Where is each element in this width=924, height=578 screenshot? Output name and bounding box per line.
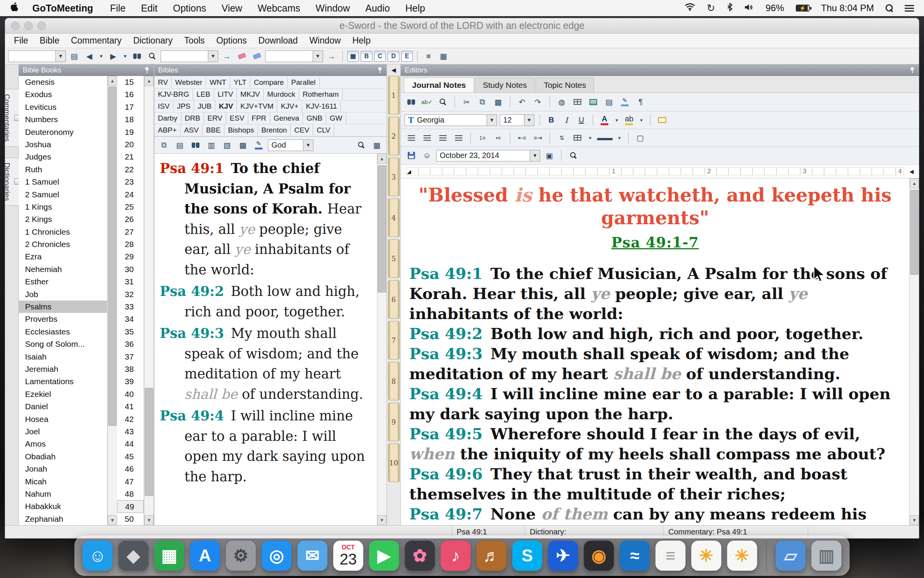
macos-menu-file[interactable]: File <box>110 3 126 14</box>
columns-button[interactable]: ▬▬ <box>596 132 613 144</box>
book-item-exodus[interactable]: Exodus <box>19 88 107 101</box>
chapter-item-25[interactable]: 25 <box>117 201 144 213</box>
chapter-item-28[interactable]: 28 <box>117 238 144 250</box>
chevron-down-icon[interactable]: ▼ <box>313 51 323 62</box>
bible-text-scrollbar[interactable]: ▲ ▼ <box>377 154 387 525</box>
table-menu-button[interactable] <box>571 132 584 144</box>
verse-ref[interactable]: Psa 49:4 <box>160 408 224 423</box>
spellcheck-icon[interactable]: ab✓ <box>420 96 434 108</box>
journal-date-combo[interactable]: October 23, 2014 ▼ <box>436 150 540 161</box>
book-item-ruth[interactable]: Ruth <box>19 163 107 176</box>
dock-calendar[interactable]: OCT23 <box>333 541 363 571</box>
scroll-up-icon[interactable]: ▲ <box>377 154 387 164</box>
align-justify-icon[interactable] <box>452 132 465 144</box>
bible-version-tab-murdock[interactable]: Murdock <box>264 89 299 100</box>
bible-version-tab-darby[interactable]: Darby <box>154 113 181 124</box>
italic-button[interactable]: I <box>560 114 572 126</box>
esword-menu-help[interactable]: Help <box>346 35 376 46</box>
verse-ref[interactable]: Psa 49:1 <box>409 264 483 282</box>
wifi-icon[interactable] <box>685 3 695 13</box>
esword-menu-tools[interactable]: Tools <box>178 35 211 46</box>
bible-version-tab-bbe[interactable]: BBE <box>203 124 224 136</box>
chapter-item-18[interactable]: 18 <box>117 113 144 126</box>
macos-menu-options[interactable]: Options <box>173 3 206 14</box>
bible-version-tab-ylt[interactable]: YLT <box>230 77 250 88</box>
layout-toggle-c[interactable]: C <box>374 51 386 62</box>
bible-version-tab-mkjv[interactable]: MKJV <box>237 89 264 100</box>
insert-image-icon[interactable] <box>587 96 600 108</box>
chapter-item-23[interactable]: 23 <box>117 176 144 188</box>
book-item-nahum[interactable]: Nahum <box>19 488 107 500</box>
bible-version-tab-wnt[interactable]: WNT <box>206 77 230 88</box>
increase-indent-icon[interactable]: ≡⇥ <box>531 132 544 144</box>
esword-menu-window[interactable]: Window <box>303 35 346 46</box>
chapter-item-36[interactable]: 36 <box>117 338 144 350</box>
paste-icon[interactable]: ▩ <box>492 96 505 108</box>
bible-version-tab-cev[interactable]: CEV <box>291 124 313 136</box>
chevron-down-icon[interactable]: ▼ <box>55 51 65 62</box>
menu-bar-clock[interactable]: Thu 8:04 PM <box>821 3 874 13</box>
scroll-up-icon[interactable]: ▲ <box>108 76 117 86</box>
export-icon[interactable]: ⎉ <box>420 150 434 162</box>
bookmark-tab-8[interactable]: 8 <box>388 362 400 400</box>
search-binoculars-icon[interactable] <box>131 50 144 62</box>
esword-menu-bible[interactable]: Bible <box>34 35 65 46</box>
books-scrollbar[interactable]: ▲ ▼ <box>107 76 117 525</box>
hyperlink-icon[interactable]: ◍ <box>555 96 568 108</box>
book-item-nehemiah[interactable]: Nehemiah <box>19 263 107 276</box>
scroll-down-icon[interactable]: ▼ <box>377 515 387 525</box>
dock-openoffice[interactable]: ≈ <box>620 541 650 571</box>
highlight-color-button[interactable]: ab <box>623 114 635 126</box>
book-item-ezra[interactable]: Ezra <box>19 250 107 263</box>
dock-system-preferences[interactable]: ⚙ <box>226 541 256 571</box>
chapter-item-26[interactable]: 26 <box>117 213 144 225</box>
verse-ref[interactable]: Psa 49:6 <box>409 465 483 483</box>
comment-bubble-icon[interactable] <box>656 114 669 126</box>
chapter-item-30[interactable]: 30 <box>117 263 144 276</box>
align-center-icon[interactable] <box>420 132 434 144</box>
verse-ref[interactable]: Psa 49:3 <box>409 344 483 363</box>
dock-itunes[interactable]: ♪ <box>441 541 471 571</box>
dock-textedit[interactable]: ≡ <box>656 541 686 571</box>
back-history-dropdown[interactable]: ▼ <box>98 50 105 62</box>
bible-version-tab-leb[interactable]: LEB <box>193 89 214 100</box>
search-text-combo[interactable]: ▼ <box>161 50 218 62</box>
macos-app-name[interactable]: GoToMeeting <box>32 3 93 14</box>
chapter-item-47[interactable]: 47 <box>117 476 144 488</box>
book-item-song-of-solom[interactable]: Song of Solom... <box>19 338 107 350</box>
verse-reference-combo[interactable]: ▼ <box>8 50 66 62</box>
chapter-item-50[interactable]: 50 <box>117 513 144 525</box>
bible-version-tab-kjv[interactable]: KJV <box>215 101 237 112</box>
highlight-eraser-icon[interactable] <box>235 50 248 62</box>
open-entry-icon[interactable]: ▣ <box>543 150 556 162</box>
bible-version-tab-kjv-brg[interactable]: KJV-BRG <box>154 89 193 100</box>
chapter-item-37[interactable]: 37 <box>117 351 144 363</box>
align-left-icon[interactable] <box>405 132 418 144</box>
dock-finder[interactable]: ☺ <box>83 541 113 571</box>
blank-panel-button[interactable]: ■ <box>422 50 435 62</box>
chapter-item-41[interactable]: 41 <box>117 400 144 413</box>
macos-menu-audio[interactable]: Audio <box>365 3 390 14</box>
chevron-down-icon[interactable]: ▼ <box>208 51 218 62</box>
scroll-down-icon[interactable]: ▼ <box>144 515 154 525</box>
scroll-down-icon[interactable]: ▼ <box>108 515 117 525</box>
book-item-1-kings[interactable]: 1 Kings <box>19 201 107 213</box>
book-item-2-chronicles[interactable]: 2 Chronicles <box>19 238 107 250</box>
book-item-habakkuk[interactable]: Habakkuk <box>19 500 107 512</box>
align-right-icon[interactable] <box>436 132 449 144</box>
chapter-item-16[interactable]: 16 <box>117 88 144 101</box>
insert-symbol-icon[interactable]: ▢ <box>634 132 647 144</box>
scrollbar-thumb[interactable] <box>145 388 153 496</box>
line-spacing-icon[interactable]: ⇅ <box>555 132 568 144</box>
bible-version-tab-gw[interactable]: GW <box>326 113 346 124</box>
zoom-icon[interactable] <box>355 139 368 151</box>
layout-toggle-d[interactable]: D <box>388 51 399 62</box>
forward-button[interactable]: ▶ <box>107 50 120 62</box>
book-item-lamentations[interactable]: Lamentations <box>19 375 107 388</box>
book-item-2-samuel[interactable]: 2 Samuel <box>19 188 107 201</box>
macos-menu-window[interactable]: Window <box>316 3 350 14</box>
esword-menu-commentary[interactable]: Commentary <box>65 35 127 46</box>
book-item-genesis[interactable]: Genesis <box>19 76 107 88</box>
pin-icon[interactable] <box>377 67 383 74</box>
chapter-item-21[interactable]: 21 <box>117 151 144 163</box>
